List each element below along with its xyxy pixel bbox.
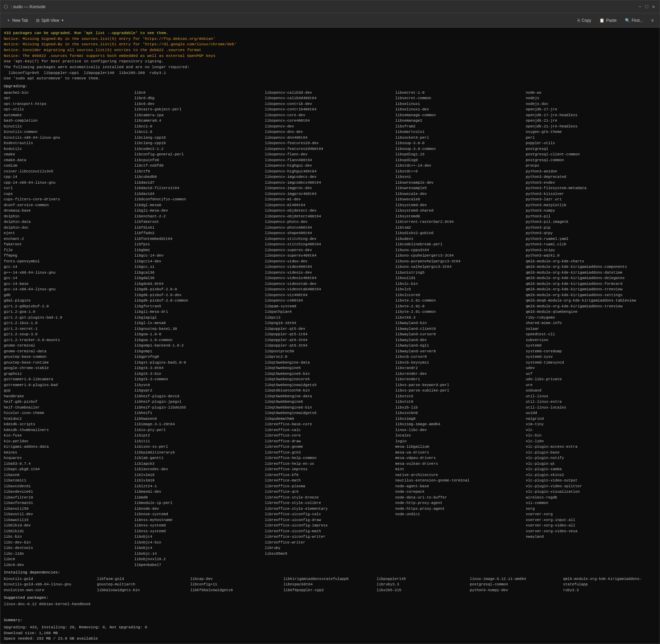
notice-line-6: The following packages were automaticall…	[4, 64, 656, 70]
new-tab-button[interactable]: ＋ New Tab	[3, 16, 31, 25]
pkg-col3: libopencv-calib3d-devlibopencv-calib3d40…	[265, 90, 395, 568]
notice-line-2: Notice: Missing Signed-By in the sources…	[4, 42, 656, 47]
pkg-col5: node-wsnodejsnodejs-docopenjdk-17-jre op…	[526, 90, 656, 568]
terminal-icon: ⬡	[4, 4, 8, 10]
window-title: : sudo — Konsole	[11, 4, 46, 9]
maximize-button[interactable]: □	[644, 4, 649, 10]
inst-col5: libpoppler145libruby3.3libx265-215	[377, 576, 470, 593]
find-icon: 🔍	[625, 18, 630, 23]
split-view-label: Split View	[41, 18, 59, 23]
split-view-chevron: ▼	[61, 19, 64, 22]
inst-col2: libfasm-goldgnustep-multiarchlibbaloowid…	[97, 576, 190, 593]
summary-line2: Download size: 1,168 MB	[4, 630, 656, 636]
new-tab-label: New Tab	[12, 18, 28, 23]
notice-line-8: Use 'sudo apt autoremove' to remove them…	[4, 76, 656, 81]
upgrading-section: Upgrading: apache2-binoptopt-transport-h…	[4, 83, 656, 568]
titlebar-right: − □ ✕	[637, 4, 656, 10]
notice-line-3: Notice: Consider migrating all sources.l…	[4, 47, 656, 53]
installing-grid: binutils-goldbinutils-gold-x86-64-linux-…	[4, 576, 656, 593]
split-view-icon: ⊟	[36, 18, 40, 23]
konsole-window: ⬡ : sudo — Konsole − □ ✕ ＋ New Tab ⊟ Spl…	[0, 0, 660, 644]
installing-section: Installing dependencies: binutils-goldbi…	[4, 570, 656, 593]
menu-button[interactable]: ≡	[648, 16, 657, 25]
paste-button[interactable]: 📋 Paste	[596, 16, 620, 25]
find-button[interactable]: 🔍 Find...	[621, 16, 646, 25]
inst-col4: libkirigamiaddonsstatefulapp6libnspack0t…	[283, 576, 377, 593]
notice-line-5: Use 'apt-key(7) for best practice in con…	[4, 59, 656, 64]
notice-line-4: Notice: The deb822 .sources format suppo…	[4, 53, 656, 59]
terminal-output[interactable]: 433 packages can be upgraded. Run 'apt l…	[0, 28, 660, 644]
blank-line	[4, 610, 656, 616]
paste-icon: 📋	[599, 18, 604, 23]
summary-line3: Space needed: 292 MB / 23.0 GB available	[4, 636, 656, 642]
suggested-packages: linux-doc-6.12 debian-kernel-handbook	[4, 601, 656, 607]
summary-section: Summary: Upgrading: 433, Installing: 20,…	[4, 610, 656, 642]
inst-col6: linux-image-6.12.11-amd64postgresql-comm…	[470, 576, 563, 593]
summary-header: Summary:	[4, 617, 656, 623]
inst-col3: libcap-devlibconfig+11libkf6baloowidgets…	[190, 576, 283, 593]
menu-icon: ≡	[651, 18, 654, 23]
pkg-col1: apache2-binoptopt-transport-httpsopt-uti…	[4, 90, 134, 568]
find-label: Find...	[632, 18, 643, 23]
copy-label: Copy	[582, 18, 591, 23]
new-tab-icon: ＋	[6, 17, 11, 23]
paste-label: Paste	[606, 18, 617, 23]
notice-line-0: 433 packages can be upgraded. Run 'apt l…	[4, 30, 656, 36]
installing-header: Installing dependencies:	[4, 570, 656, 576]
titlebar: ⬡ : sudo — Konsole − □ ✕	[0, 0, 660, 13]
packages-grid: apache2-binoptopt-transport-httpsopt-uti…	[4, 90, 656, 568]
copy-icon: ⎘	[578, 18, 580, 23]
toolbar: ＋ New Tab ⊟ Split View ▼ ⎘ Copy 📋 Paste …	[0, 13, 660, 28]
suggested-header: Suggested packages:	[4, 595, 656, 601]
copy-button[interactable]: ⎘ Copy	[574, 16, 595, 25]
close-button[interactable]: ✕	[651, 4, 656, 10]
pkg-col4: libsecret-1-0libsecret-commonlibselinux1…	[395, 90, 526, 568]
notice-line-1: Notice: Missing Signed-By in the sources…	[4, 36, 656, 42]
notice-block: 433 packages can be upgraded. Run 'apt l…	[4, 30, 656, 81]
pkg-col2: libc6libc6-dbglibc6-devlibcairo-gobject-…	[134, 90, 265, 568]
split-view-button[interactable]: ⊟ Split View ▼	[33, 16, 67, 25]
inst-col1: binutils-goldbinutils-gold-x86-64-linux-…	[4, 576, 97, 593]
notice-line-7: libconfig+9v5 libpoppler-cpp1 libpoppler…	[4, 70, 656, 76]
suggested-section: Suggested packages: linux-doc-6.12 debia…	[4, 595, 656, 607]
titlebar-left: ⬡ : sudo — Konsole	[4, 4, 46, 10]
summary-line1: Upgrading: 433, Installing: 20, Removing…	[4, 625, 656, 630]
upgrading-header: Upgrading:	[4, 83, 656, 89]
minimize-button[interactable]: −	[637, 4, 643, 10]
toolbar-right: ⎘ Copy 📋 Paste 🔍 Find... ≡	[574, 16, 657, 25]
inst-col7: qml6-module-org-kde-kirigamiaddons-state…	[563, 576, 656, 593]
